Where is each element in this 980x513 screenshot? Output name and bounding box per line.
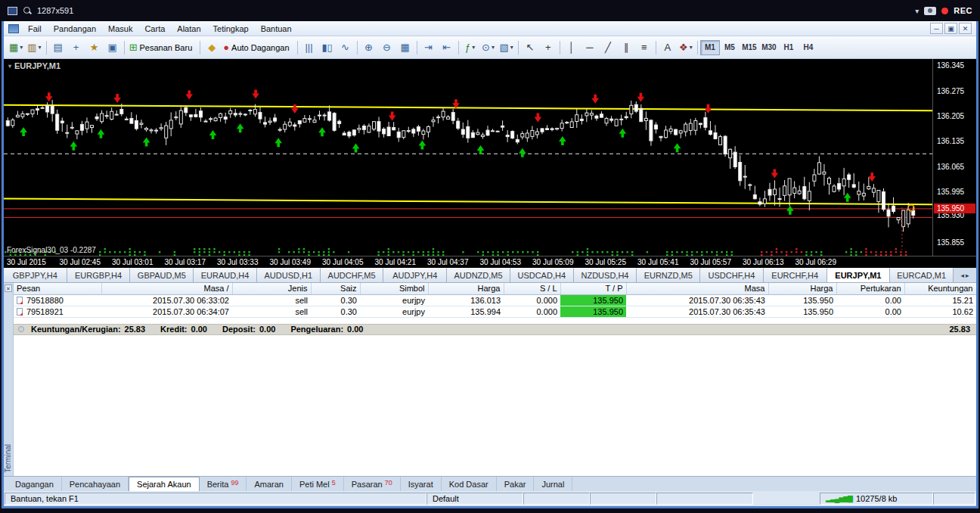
col-close-time[interactable]: Masa [626,283,768,294]
bar-chart-button[interactable]: ||| [300,39,318,57]
chart-tab[interactable]: GBPJPY,H4 [4,268,67,282]
timeframe-button[interactable]: M15 [740,40,759,55]
close-button[interactable]: ✕ [959,23,972,34]
tab-scroll-right-button[interactable]: ▸ [966,272,969,279]
channel-button[interactable]: ∥ [617,39,635,57]
col-order[interactable]: Pesan [14,283,101,294]
menu-item[interactable]: Alatan [171,23,206,35]
vertical-line-button[interactable]: │ [563,39,581,57]
status-connection: ▂▃▄▅▆▇ 10275/8 kb [820,493,933,505]
chart-tab[interactable]: EURAUD,H4 [194,268,257,282]
zoom-in-button[interactable]: ⊕ [360,39,378,57]
metaeditor-button[interactable]: ◆ [203,39,221,57]
profiles-button[interactable]: ▥ ▾ [25,39,43,57]
terminal-close-button[interactable]: ✕ [5,284,12,292]
timeframe-button[interactable]: H4 [799,40,818,55]
fibonacci-button[interactable]: ≡ [635,39,653,57]
status-profile[interactable]: Default [426,493,523,505]
templates-button[interactable]: ▧ ▾ [498,39,516,57]
data-window-button[interactable]: + [67,39,85,57]
cursor-button[interactable]: ↖ [521,39,539,57]
timeframe-button[interactable]: M5 [720,40,740,55]
menu-item[interactable]: Tetingkap [207,23,255,35]
history-row[interactable]: 79518880 2015.07.30 06:33:02 sell 0.30 e… [14,294,976,306]
chart-tab[interactable]: EURJPY,M1 [827,268,891,282]
chart-tab[interactable]: AUDCHF,M5 [321,268,384,282]
new-chart-button[interactable]: ▦ ▾ [7,39,25,57]
timeframe-button[interactable]: H1 [779,40,799,55]
system-menu-icon[interactable] [8,7,17,15]
menu-item[interactable]: Carta [138,23,171,35]
chart-tab[interactable]: USDCAD,H4 [510,268,574,282]
account-history-table: Pesan Masa / Jenis Saiz Simbol Harga S /… [14,283,976,318]
price-scale[interactable]: 136.345136.275136.205136.135136.065135.9… [932,59,976,256]
chart-area[interactable]: 136.345136.275136.205136.135136.065135.9… [4,59,976,268]
chart-tab[interactable]: EURGBP,H4 [67,268,131,282]
terminal-tab[interactable]: Sejarah Akaun [129,477,200,491]
terminal-tab[interactable]: Jurnal [534,477,572,491]
chart-tab[interactable]: EURNZD,M5 [637,268,700,282]
col-open-time[interactable]: Masa / [101,283,232,294]
history-row[interactable]: 79518921 2015.07.30 06:34:07 sell 0.30 e… [14,306,976,317]
menu-item[interactable]: Pandangan [48,23,102,35]
auto-trading-button[interactable]: ● Auto Dagangan [221,39,294,57]
menu-item[interactable]: Masuk [102,23,138,35]
chart-tab[interactable]: EURCHF,H4 [764,268,827,282]
terminal-tab[interactable]: Pencahayaan [62,477,129,491]
crosshair-button[interactable]: + [539,39,557,57]
col-price[interactable]: Harga [428,283,504,294]
menu-item[interactable]: Bantuan [255,23,298,35]
chart-tab[interactable]: AUDUSD,H1 [257,268,321,282]
navigator-button[interactable]: ★ [85,39,104,57]
col-tp[interactable]: T / P [560,283,626,294]
chart-tab[interactable]: AUDJPY,H4 [383,268,447,282]
col-profit[interactable]: Keuntungan [904,283,976,294]
periods-button[interactable]: ⊙ ▾ [479,39,498,57]
terminal-tab[interactable]: Dagangan [8,477,62,491]
auto-scroll-button[interactable]: ⇥ [420,39,438,57]
trendline-button[interactable]: ╱ [599,39,617,57]
col-close-price[interactable]: Harga [768,283,836,294]
timeframe-button[interactable]: M1 [700,40,720,55]
terminal-tab[interactable]: Kod Dasar [442,477,497,491]
market-watch-button[interactable]: ▤ [49,39,67,57]
timeframe-button[interactable]: M30 [759,40,779,55]
terminal-tab[interactable]: Amaran [247,477,292,491]
terminal-tab[interactable]: Pasaran 70 [344,477,401,491]
candlestick-chart-button[interactable]: ▮▯ [318,39,336,57]
chart-tab[interactable]: GBPAUD,M5 [130,268,194,282]
terminal-tab[interactable]: Berita 99 [200,477,247,491]
col-symbol[interactable]: Simbol [360,283,428,294]
tab-badge: 70 [385,479,392,487]
chart-tab[interactable]: USDCHF,H4 [700,268,764,282]
col-type[interactable]: Jenis [232,283,311,294]
indicators-button[interactable]: ƒ ▾ [461,39,479,57]
minimize-button[interactable]: ─ [930,23,943,34]
restore-button[interactable]: ▣ [944,23,957,34]
chart-tab[interactable]: NZDUSD,H4 [574,268,637,282]
col-sl[interactable]: S / L [504,283,560,294]
tile-windows-button[interactable]: ▦ [396,39,414,57]
text-button[interactable]: A [659,39,677,57]
horizontal-line-button[interactable]: ─ [581,39,599,57]
chart-tab[interactable]: EURCAD,M1 [890,268,954,282]
new-order-button[interactable]: ⊞ Pesanan Baru [127,39,198,57]
terminal-tab[interactable]: Isyarat [401,477,442,491]
col-swap[interactable]: Pertukaran [836,283,904,294]
recorder-dropdown-icon[interactable]: ▾ [915,7,919,15]
camera-icon[interactable] [924,7,936,15]
arrows-tool-button[interactable]: ❖ ▾ [677,39,695,57]
terminal-tab[interactable]: Pakar [497,477,535,491]
line-chart-button[interactable]: ∿ [336,39,355,57]
terminal-button[interactable]: ▣ [104,39,122,57]
time-axis[interactable]: 30 Jul 201530 Jul 02:4530 Jul 03:0130 Ju… [4,256,976,268]
chart-tab[interactable]: AUDNZD,M5 [447,268,510,282]
menu-item[interactable]: Fail [22,23,48,35]
chart-window-icon[interactable] [8,24,19,33]
symbol-dropdown-icon[interactable]: ▾ [8,63,11,70]
chart-shift-button[interactable]: ⇤ [438,39,456,57]
col-size[interactable]: Saiz [311,283,360,294]
zoom-out-button[interactable]: ⊖ [378,39,396,57]
tab-scroll-left-button[interactable]: ◂ [960,272,964,279]
terminal-tab[interactable]: Peti Mel 5 [292,477,344,491]
